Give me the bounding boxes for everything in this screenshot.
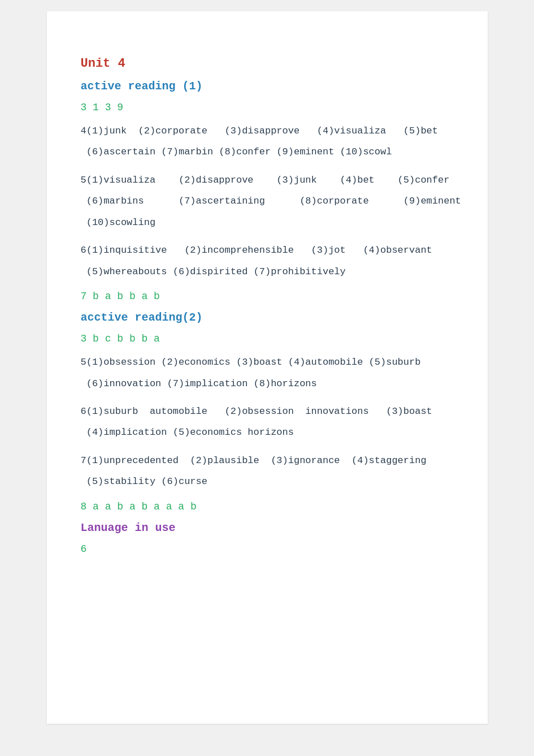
exercise-6-line-2: (5)whereabouts (6)dispirited (7)prohibit… (81, 263, 454, 280)
exercise-4-block: 4(1)junk (2)corporate (3)disapprove (4)v… (81, 122, 454, 161)
exercise-s5-block: 5(1)obsession (2)economics (3)boast (4)a… (81, 353, 454, 392)
exercise-s5-line-2: (6)innovation (7)implication (8)horizons (81, 375, 454, 392)
exercise-5-line-2: (6)marbins (7)ascertaining (8)corporate … (81, 192, 454, 210)
active-reading-1-title: active reading (1) (81, 80, 454, 93)
exercise-6-block: 6(1)inquisitive (2)incomprehensible (3)j… (81, 241, 454, 280)
lanuage-in-use-title: Lanuage in use (81, 521, 454, 534)
exercise-s7-block: 7(1)unprecedented (2)plausible (3)ignora… (81, 452, 454, 491)
active-reading-2-title: acctive reading(2) (81, 311, 454, 324)
exercise-s6-line-1: 6(1)suburb automobile (2)obsession innov… (81, 403, 454, 420)
exercise-5-line-1: 5(1)visualiza (2)disapprove (3)junk (4)b… (81, 171, 454, 189)
answer-line-7: 7 b a b b a b (81, 291, 454, 302)
exercise-5-line-3: (10)scowling (81, 214, 454, 231)
exercise-4-line-1: 4(1)junk (2)corporate (3)disapprove (4)v… (81, 122, 454, 140)
page-container: Unit 4 active reading (1) 3 1 3 9 4(1)ju… (47, 11, 488, 724)
exercise-s7-line-2: (5)stability (6)curse (81, 473, 454, 490)
answer-line-3b: 3 b c b b b a (81, 333, 454, 344)
exercise-s6-line-2: (4)implication (5)economics horizons (81, 424, 454, 441)
unit-title: Unit 4 (81, 57, 454, 71)
exercise-6-line-1: 6(1)inquisitive (2)incomprehensible (3)j… (81, 241, 454, 259)
exercise-s7-line-1: 7(1)unprecedented (2)plausible (3)ignora… (81, 452, 454, 469)
exercise-4-line-2: (6)ascertain (7)marbin (8)confer (9)emin… (81, 143, 454, 161)
exercise-5-block: 5(1)visualiza (2)disapprove (3)junk (4)b… (81, 171, 454, 231)
answer-line-s8: 8 a a b a b a a a b (81, 501, 454, 512)
exercise-s6-block: 6(1)suburb automobile (2)obsession innov… (81, 403, 454, 442)
exercise-s5-line-1: 5(1)obsession (2)economics (3)boast (4)a… (81, 353, 454, 371)
answer-line-6c: 6 (81, 543, 454, 555)
answer-line-3: 3 1 3 9 (81, 102, 454, 113)
